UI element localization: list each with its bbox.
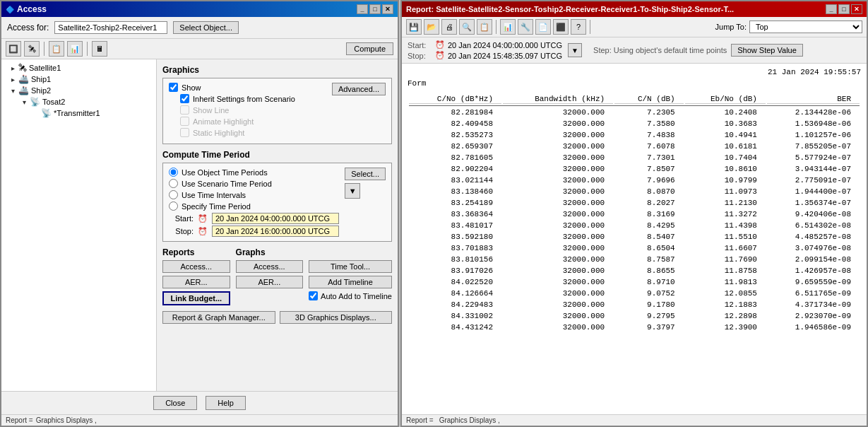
link-budget-button[interactable]: Link Budget... <box>162 291 230 305</box>
minimize-button[interactable]: _ <box>357 4 368 14</box>
table-row: 82.78160532000.0007.730110.74045.577924e… <box>409 153 860 163</box>
access-bottom-bar: Close Help <box>1 391 398 414</box>
report-stop-clock-icon: ⏰ <box>435 51 445 60</box>
table-row: 82.90220432000.0007.850710.86103.943144e… <box>409 164 860 174</box>
report-copy-icon[interactable]: 📋 <box>477 19 492 35</box>
report-nav-icon[interactable]: ⬛ <box>553 19 569 35</box>
report-bottom-report-label: Report = <box>406 416 434 424</box>
use-time-intervals-radio[interactable] <box>169 190 178 199</box>
report-open-icon[interactable]: 📂 <box>424 19 439 35</box>
graphs-aer-button[interactable]: AER... <box>236 276 304 288</box>
stop-icon: ⏰ <box>198 227 208 236</box>
reports-title: Reports <box>162 247 230 257</box>
jump-to-label: Jump To: <box>715 23 747 31</box>
graphics-title: Graphics <box>162 65 392 75</box>
advanced-button[interactable]: Advanced... <box>332 83 386 95</box>
report-help-icon[interactable]: ? <box>571 19 586 35</box>
graphs-access-button[interactable]: Access... <box>236 260 304 273</box>
table-row: 82.28198432000.0007.230510.24082.134428e… <box>409 107 860 117</box>
show-checkbox-row: Show <box>169 83 326 92</box>
report-maximize-button[interactable]: □ <box>838 4 850 14</box>
toolbar-icon-4[interactable]: 📊 <box>67 41 83 57</box>
maximize-button[interactable]: □ <box>369 4 381 14</box>
add-timeline-button[interactable]: Add Timeline <box>309 276 392 288</box>
tree-item-transmitter1[interactable]: 📡 *Transmitter1 <box>1 107 156 119</box>
help-button[interactable]: Help <box>206 396 246 410</box>
report-table: C/No (dB*Hz) Bandwidth (kHz) C/N (dB) Eb… <box>408 93 861 334</box>
report-save-icon[interactable]: 💾 <box>406 19 422 35</box>
toolbar-icon-5[interactable]: 🖩 <box>92 41 107 57</box>
time-tool-button[interactable]: Time Tool... <box>309 260 392 273</box>
use-object-time-row: Use Object Time Periods <box>169 168 339 177</box>
close-button[interactable]: ✕ <box>382 4 393 14</box>
expand-satellite1[interactable]: ▸ <box>7 64 18 72</box>
report-minimize-button[interactable]: _ <box>826 4 837 14</box>
access-titlebar: 🔷 Access _ □ ✕ <box>1 1 398 17</box>
report-titlebar: Report: Satellite-Satellite2-Sensor-Tosh… <box>402 1 867 17</box>
use-time-intervals-label: Use Time Intervals <box>182 191 246 199</box>
report-chart-icon[interactable]: 📊 <box>500 19 516 35</box>
select-object-button[interactable]: Select Object... <box>173 21 239 34</box>
reports-aer-button[interactable]: AER... <box>162 276 230 288</box>
toolbar-icon-3[interactable]: 📋 <box>49 41 64 57</box>
graphics-box: Show Inherit Settings from Scenario Show… <box>162 78 392 144</box>
col-cno: C/No (dB*Hz) <box>409 95 501 104</box>
auto-add-checkbox[interactable] <box>309 291 318 300</box>
expand-ship2[interactable]: ▾ <box>7 87 18 95</box>
time-period-box: Use Object Time Periods Use Scenario Tim… <box>162 163 392 242</box>
report-graph-manager-button[interactable]: Report & Graph Manager... <box>162 311 275 324</box>
toolbar-icon-1[interactable]: 🔲 <box>6 41 21 57</box>
col-ebno: Eb/No (dB) <box>685 95 766 104</box>
use-scenario-time-label: Use Scenario Time Period <box>182 180 272 188</box>
time-expand-button[interactable]: ▼ <box>568 43 582 57</box>
access-header: Access for: Satellite2-Toship2-Receiver1… <box>1 17 398 39</box>
report-close-button[interactable]: ✕ <box>851 4 862 14</box>
time-dropdown-button[interactable]: ▼ <box>345 183 360 199</box>
expand-tosat2[interactable]: ▾ <box>18 98 30 106</box>
report-start-value: 20 Jan 2024 04:00:00.000 UTCG <box>448 41 562 49</box>
compute-button[interactable]: Compute <box>346 42 393 55</box>
start-time-field[interactable] <box>212 213 339 224</box>
use-object-time-radio[interactable] <box>169 168 178 177</box>
table-row: 82.53527332000.0007.483810.49411.101257e… <box>409 130 860 140</box>
use-scenario-time-radio[interactable] <box>169 179 178 188</box>
graphics-displays-button[interactable]: 3D Graphics Displays... <box>280 311 393 324</box>
inherit-checkbox[interactable] <box>180 94 189 103</box>
report-print-icon[interactable]: 🖨 <box>441 19 457 35</box>
table-row: 84.02252032000.0008.971011.98139.659559e… <box>409 277 860 287</box>
show-line-label: Show Line <box>193 106 229 115</box>
access-status-bar: Report = Graphics Displays , <box>1 414 398 426</box>
expand-ship1[interactable]: ▸ <box>7 76 18 83</box>
report-data-icon[interactable]: 📄 <box>535 19 551 35</box>
report-find-icon[interactable]: 🔍 <box>459 19 475 35</box>
tree-item-ship1[interactable]: ▸ 🚢 Ship1 <box>1 74 156 85</box>
ship2-icon: 🚢 <box>18 86 29 95</box>
table-row: 83.70188332000.0008.650411.66073.074976e… <box>409 243 860 253</box>
step-area: Step: Using object's default time points… <box>593 44 803 57</box>
tree-item-ship2[interactable]: ▾ 🚢 Ship2 <box>1 85 156 96</box>
report-form-label: Form <box>408 79 861 88</box>
tree-item-tosat2[interactable]: ▾ 📡 Tosat2 <box>1 96 156 107</box>
tree-item-satellite1[interactable]: ▸ 🛰 Satellite1 <box>1 62 156 74</box>
toolbar-icon-2[interactable]: 🛰 <box>24 41 40 57</box>
table-row: 83.48101732000.0008.429511.43986.514302e… <box>409 221 860 230</box>
specify-time-period-radio[interactable] <box>169 201 178 211</box>
stop-time-field[interactable] <box>212 226 339 237</box>
report-stop-value: 20 Jan 2024 15:48:35.097 UTCG <box>448 52 562 60</box>
close-button[interactable]: Close <box>153 396 197 410</box>
reports-access-button[interactable]: Access... <box>162 260 230 273</box>
select-intervals-button[interactable]: Select... <box>345 168 386 180</box>
ship1-icon: 🚢 <box>18 74 29 84</box>
access-object-field: Satellite2-Toship2-Receiver1 <box>54 21 167 34</box>
graphics-section: Graphics Show Inherit Settings from Scen… <box>162 65 392 144</box>
report-content: 21 Jan 2024 19:55:57 Form C/No (dB*Hz) B… <box>402 64 867 414</box>
table-row: 84.43124232000.0009.379712.39001.946586e… <box>409 322 860 332</box>
report-settings-icon[interactable]: 🔧 <box>518 19 533 35</box>
show-checkbox[interactable] <box>169 83 178 92</box>
report-timestamp: 21 Jan 2024 19:55:57 <box>408 68 861 76</box>
jump-to-select[interactable]: Top <box>749 21 862 33</box>
table-row: 83.25418932000.0008.202711.21301.356374e… <box>409 198 860 208</box>
report-header-row: C/No (dB*Hz) Bandwidth (kHz) C/N (dB) Eb… <box>409 95 860 104</box>
table-row: 83.59218032000.0008.540711.55104.485257e… <box>409 232 860 242</box>
show-step-button[interactable]: Show Step Value <box>731 44 803 57</box>
